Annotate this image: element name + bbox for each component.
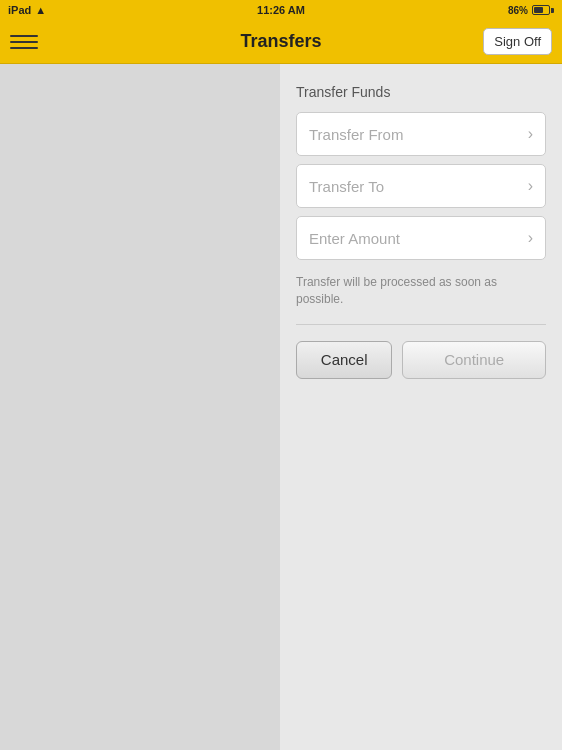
- enter-amount-label: Enter Amount: [309, 230, 400, 247]
- transfer-from-label: Transfer From: [309, 126, 403, 143]
- menu-icon[interactable]: [10, 28, 38, 56]
- divider: [296, 324, 546, 325]
- transfer-to-chevron: ›: [528, 177, 533, 195]
- transfer-from-chevron: ›: [528, 125, 533, 143]
- transfer-to-label: Transfer To: [309, 178, 384, 195]
- transfer-from-row[interactable]: Transfer From ›: [296, 112, 546, 156]
- section-title: Transfer Funds: [296, 84, 546, 100]
- device-label: iPad: [8, 4, 31, 16]
- button-row: Cancel Continue: [296, 341, 546, 379]
- status-bar: iPad ▲ 11:26 AM 86%: [0, 0, 562, 20]
- status-time: 11:26 AM: [257, 4, 305, 16]
- nav-bar: Transfers Sign Off: [0, 20, 562, 64]
- page-title: Transfers: [240, 31, 321, 52]
- status-right: 86%: [508, 5, 554, 16]
- main-layout: Transfer Funds Transfer From › Transfer …: [0, 64, 562, 750]
- enter-amount-row[interactable]: Enter Amount ›: [296, 216, 546, 260]
- content-panel: Transfer Funds Transfer From › Transfer …: [280, 64, 562, 750]
- battery-percent: 86%: [508, 5, 528, 16]
- battery-icon: [532, 5, 554, 15]
- info-text: Transfer will be processed as soon as po…: [296, 268, 546, 324]
- sign-off-button[interactable]: Sign Off: [483, 28, 552, 55]
- cancel-button[interactable]: Cancel: [296, 341, 392, 379]
- wifi-icon: ▲: [35, 4, 46, 16]
- continue-button: Continue: [402, 341, 546, 379]
- sidebar: [0, 64, 280, 750]
- transfer-to-row[interactable]: Transfer To ›: [296, 164, 546, 208]
- status-left: iPad ▲: [8, 4, 46, 16]
- enter-amount-chevron: ›: [528, 229, 533, 247]
